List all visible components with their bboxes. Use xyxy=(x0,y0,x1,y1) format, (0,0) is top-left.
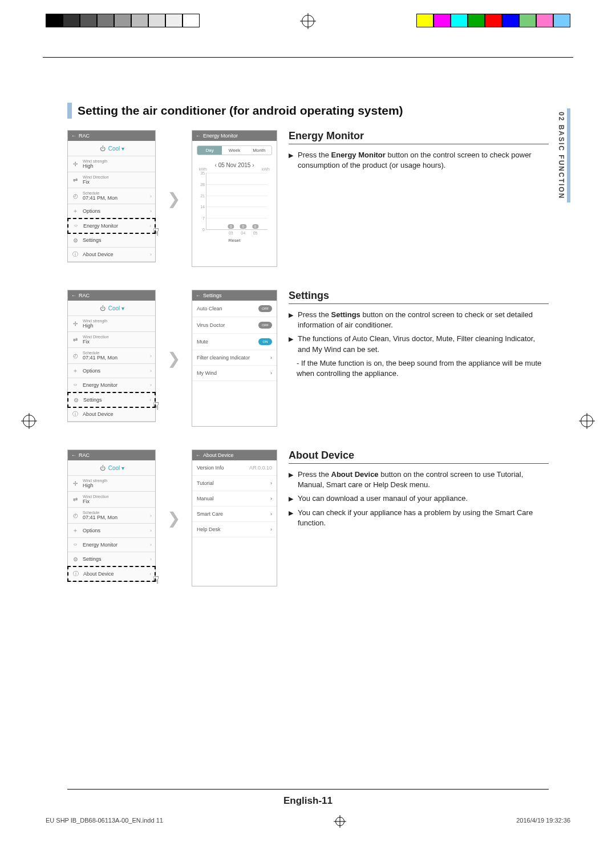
options-row[interactable]: ＋Options› xyxy=(68,364,155,378)
bullet-icon: ▶ xyxy=(289,495,293,504)
y-tick: 28 xyxy=(200,182,205,186)
energy-monitor-row[interactable]: ⌔Energy Monitor› xyxy=(68,378,155,392)
settings-row[interactable]: ⚙Settings› xyxy=(68,552,155,566)
help-desk-label: Help Desk xyxy=(197,527,221,532)
info-icon: ⓘ xyxy=(72,570,80,578)
about-device-screen: ←About Device Version InfoAR.0.0.10 Tuto… xyxy=(192,450,277,586)
auto-clean-row[interactable]: Auto CleanOFF xyxy=(192,301,277,317)
back-arrow-icon[interactable]: ← xyxy=(71,452,76,458)
energy-monitor-header: ←Energy Monitor xyxy=(192,131,277,141)
mode-value: Cool xyxy=(108,145,120,152)
step-arrow-icon: ❯ xyxy=(167,349,180,368)
power-icon: ⏻ xyxy=(99,464,107,472)
about-bullet-3: ▶You can check if your appliance has a p… xyxy=(289,508,549,528)
wind-direction-row[interactable]: ⇄Wind DirectionFix xyxy=(68,332,155,348)
mute-label: Mute xyxy=(197,339,208,345)
options-row[interactable]: ＋Options› xyxy=(68,524,155,538)
schedule-row[interactable]: ◴Schedule07:41 PM, Mon› xyxy=(68,508,155,524)
period-tabs: Day Week Month xyxy=(197,145,272,155)
chevron-left-icon[interactable]: ‹ xyxy=(215,162,217,168)
virus-doctor-row[interactable]: Virus DoctorOFF xyxy=(192,317,277,334)
back-arrow-icon[interactable]: ← xyxy=(196,452,201,458)
dropdown-icon: ▾ xyxy=(121,145,124,152)
virus-doctor-toggle[interactable]: OFF xyxy=(258,322,272,329)
plug-icon: ⌔ xyxy=(71,541,79,549)
help-desk-row[interactable]: Help Desk› xyxy=(192,522,277,537)
chevron-right-icon: › xyxy=(150,368,152,374)
my-wind-row[interactable]: My Wind› xyxy=(192,366,277,381)
version-row[interactable]: Version InfoAR.0.0.10 xyxy=(192,460,277,476)
chevron-right-icon[interactable]: › xyxy=(252,162,254,168)
rac-screen-1: ←RAC ⏻ Cool ▾ ✢Wind strengthHigh ⇄Wind D… xyxy=(67,130,156,262)
back-arrow-icon[interactable]: ← xyxy=(71,133,76,139)
chevron-right-icon: › xyxy=(270,496,272,501)
mode-selector[interactable]: ⏻ Cool ▾ xyxy=(68,141,155,156)
power-icon: ⏻ xyxy=(99,144,107,152)
tab-week[interactable]: Week xyxy=(222,146,246,155)
energy-monitor-row[interactable]: ⌔Energy Monitor› xyxy=(68,538,155,552)
crop-line xyxy=(43,57,573,58)
options-row[interactable]: ＋Options› xyxy=(68,204,155,218)
energy-monitor-screen: ←Energy Monitor Day Week Month ‹ 05 Nov … xyxy=(192,130,277,267)
tutorial-row[interactable]: Tutorial› xyxy=(192,476,277,491)
settings-row[interactable]: ⚙Settings›☟ xyxy=(67,392,156,408)
direction-icon: ⇄ xyxy=(71,496,79,504)
print-footer: EU SHP IB_DB68-06113A-00_EN.indd 11 2016… xyxy=(46,817,570,826)
bullet-icon: ▶ xyxy=(289,311,293,330)
fan-icon: ✢ xyxy=(71,480,79,488)
mute-row[interactable]: MuteON xyxy=(192,334,277,350)
clock-icon: ◴ xyxy=(71,192,79,200)
virus-doctor-label: Virus Doctor xyxy=(197,322,225,328)
em-header-text: Energy Monitor xyxy=(203,133,238,139)
energy-monitor-label: Energy Monitor xyxy=(83,223,118,229)
tab-month[interactable]: Month xyxy=(247,146,271,155)
chevron-right-icon: › xyxy=(149,571,151,577)
schedule-row[interactable]: ◴Schedule07:41 PM, Mon› xyxy=(68,348,155,364)
chevron-right-icon: › xyxy=(149,397,151,403)
dropdown-icon: ▾ xyxy=(121,465,124,471)
manual-row[interactable]: Manual› xyxy=(192,491,277,507)
title-accent xyxy=(67,103,72,119)
wind-direction-value: Fix xyxy=(83,179,90,185)
usage-chart: 35 28 21 14 7 0 0 0 0 03 04 05 xyxy=(206,173,268,230)
wind-direction-row[interactable]: ⇄Wind DirectionFix xyxy=(68,492,155,508)
mode-selector[interactable]: ⏻ Cool ▾ xyxy=(68,301,155,316)
back-arrow-icon[interactable]: ← xyxy=(71,293,76,298)
back-arrow-icon[interactable]: ← xyxy=(196,293,201,298)
reset-button[interactable]: Reset xyxy=(217,238,252,243)
wind-strength-value: High xyxy=(83,163,94,169)
x-tick: 04 xyxy=(241,231,245,235)
about-device-row[interactable]: ⓘAbout Device xyxy=(68,407,155,422)
about-device-row[interactable]: ⓘAbout Device›☟ xyxy=(67,566,156,582)
smart-care-row[interactable]: Smart Care› xyxy=(192,507,277,522)
step-arrow-icon: ❯ xyxy=(167,189,180,208)
about-device-row[interactable]: ⓘAbout Device› xyxy=(68,248,155,262)
auto-clean-toggle[interactable]: OFF xyxy=(258,305,272,312)
chevron-right-icon: › xyxy=(150,382,152,388)
filter-row[interactable]: Filter cleaning Indicator› xyxy=(192,350,277,366)
bullet-icon: ▶ xyxy=(289,335,293,354)
settings-row[interactable]: ⚙Settings xyxy=(68,233,155,248)
bar-value: 0 xyxy=(240,224,246,229)
y-tick: 7 xyxy=(202,216,205,220)
plus-icon: ＋ xyxy=(71,527,79,535)
schedule-row[interactable]: ◴Schedule07:41 PM, Mon› xyxy=(68,188,155,204)
x-tick: 03 xyxy=(229,231,233,235)
wind-strength-row[interactable]: ✢Wind strengthHigh xyxy=(68,476,155,492)
mute-toggle[interactable]: ON xyxy=(258,338,272,345)
plus-icon: ＋ xyxy=(71,367,79,375)
wind-direction-row[interactable]: ⇄Wind DirectionFix xyxy=(68,172,155,188)
hand-cursor-icon: ☟ xyxy=(153,574,159,586)
chevron-right-icon: › xyxy=(270,370,272,376)
wind-strength-row[interactable]: ✢Wind strengthHigh xyxy=(68,156,155,172)
mode-selector[interactable]: ⏻ Cool ▾ xyxy=(68,460,155,476)
rac-header: ←RAC xyxy=(68,131,155,141)
chevron-right-icon: › xyxy=(150,193,152,199)
tab-day[interactable]: Day xyxy=(197,146,222,155)
energy-monitor-row[interactable]: ⌔Energy Monitor›☟ xyxy=(67,218,156,234)
wind-strength-row[interactable]: ✢Wind strengthHigh xyxy=(68,316,155,332)
power-icon: ⏻ xyxy=(99,304,107,312)
chevron-right-icon: › xyxy=(270,480,272,486)
back-arrow-icon[interactable]: ← xyxy=(196,133,201,139)
wind-direction-label: Wind Direction xyxy=(83,175,109,179)
